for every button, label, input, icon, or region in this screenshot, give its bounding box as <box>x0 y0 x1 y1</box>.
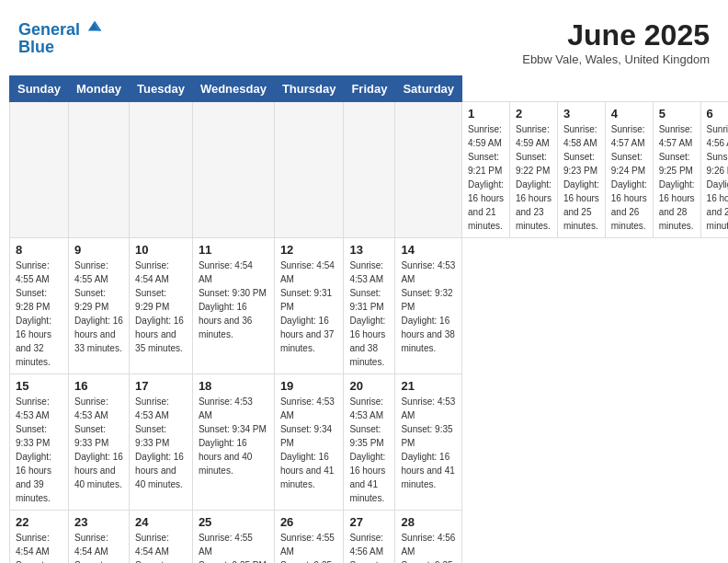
calendar-cell: 12 Sunrise: 4:54 AM Sunset: 9:31 PM Dayl… <box>274 238 344 374</box>
calendar-cell: 14 Sunrise: 4:53 AM Sunset: 9:32 PM Dayl… <box>395 238 462 374</box>
day-number: 10 <box>135 243 187 257</box>
sunrise: Sunrise: 4:56 AM <box>401 531 456 558</box>
day-number: 19 <box>280 379 338 393</box>
calendar-header-row: Sunday Monday Tuesday Wednesday Thursday… <box>10 76 729 102</box>
daylight: Daylight: 16 hours and 33 minutes. <box>74 314 123 355</box>
calendar-cell: 21 Sunrise: 4:53 AM Sunset: 9:35 PM Dayl… <box>395 374 462 511</box>
sunrise: Sunrise: 4:59 AM <box>468 122 504 150</box>
calendar-cell: 6 Sunrise: 4:56 AM Sunset: 9:26 PM Dayli… <box>700 102 728 238</box>
calendar-cell <box>395 102 462 238</box>
calendar-cell: 27 Sunrise: 4:56 AM Sunset: 9:35 PM Dayl… <box>344 511 395 564</box>
sunrise: Sunrise: 4:54 AM <box>199 259 268 286</box>
calendar-cell: 15 Sunrise: 4:53 AM Sunset: 9:33 PM Dayl… <box>10 374 69 511</box>
calendar-cell: 18 Sunrise: 4:53 AM Sunset: 9:34 PM Dayl… <box>192 374 274 511</box>
day-number: 14 <box>401 243 456 257</box>
col-sunday: Sunday <box>10 76 69 102</box>
day-number: 28 <box>401 515 456 529</box>
daylight: Daylight: 16 hours and 32 minutes. <box>16 314 63 369</box>
daylight: Daylight: 16 hours and 40 minutes. <box>199 436 268 477</box>
day-info: Sunrise: 4:55 AM Sunset: 9:35 PM Dayligh… <box>280 531 338 563</box>
calendar-cell: 8 Sunrise: 4:55 AM Sunset: 9:28 PM Dayli… <box>10 238 69 374</box>
day-info: Sunrise: 4:54 AM Sunset: 9:31 PM Dayligh… <box>280 259 338 355</box>
daylight: Daylight: 16 hours and 36 minutes. <box>199 300 268 341</box>
day-info: Sunrise: 4:53 AM Sunset: 9:33 PM Dayligh… <box>135 395 187 491</box>
daylight: Daylight: 16 hours and 40 minutes. <box>135 450 187 491</box>
sunrise: Sunrise: 4:57 AM <box>659 122 695 150</box>
title-section: June 2025 Ebbw Vale, Wales, United Kingd… <box>522 18 710 66</box>
sunrise: Sunrise: 4:55 AM <box>74 259 123 286</box>
calendar-cell: 11 Sunrise: 4:54 AM Sunset: 9:30 PM Dayl… <box>192 238 274 374</box>
col-monday: Monday <box>68 76 129 102</box>
sunset: Sunset: 9:28 PM <box>16 286 63 314</box>
sunset: Sunset: 9:31 PM <box>280 286 338 314</box>
day-info: Sunrise: 4:54 AM Sunset: 9:35 PM Dayligh… <box>74 531 123 563</box>
day-info: Sunrise: 4:59 AM Sunset: 9:21 PM Dayligh… <box>468 122 504 233</box>
sunset: Sunset: 9:35 PM <box>349 558 389 563</box>
sunrise: Sunrise: 4:59 AM <box>516 122 552 150</box>
day-number: 9 <box>74 243 123 257</box>
day-number: 3 <box>563 107 599 121</box>
day-info: Sunrise: 4:53 AM Sunset: 9:34 PM Dayligh… <box>199 395 268 477</box>
day-info: Sunrise: 4:58 AM Sunset: 9:23 PM Dayligh… <box>563 122 599 233</box>
day-info: Sunrise: 4:55 AM Sunset: 9:35 PM Dayligh… <box>199 531 268 563</box>
daylight: Daylight: 16 hours and 40 minutes. <box>74 450 123 491</box>
logo: General Blue <box>18 18 103 57</box>
day-info: Sunrise: 4:53 AM Sunset: 9:31 PM Dayligh… <box>349 259 389 369</box>
sunset: Sunset: 9:25 PM <box>659 150 695 178</box>
day-info: Sunrise: 4:57 AM Sunset: 9:24 PM Dayligh… <box>611 122 647 233</box>
day-number: 24 <box>135 515 187 529</box>
day-info: Sunrise: 4:53 AM Sunset: 9:33 PM Dayligh… <box>74 395 123 491</box>
daylight: Daylight: 16 hours and 25 minutes. <box>563 178 599 233</box>
col-wednesday: Wednesday <box>192 76 274 102</box>
calendar-cell <box>10 102 69 238</box>
daylight: Daylight: 16 hours and 23 minutes. <box>516 178 552 233</box>
sunset: Sunset: 9:35 PM <box>199 558 268 563</box>
logo-icon <box>86 18 103 35</box>
sunrise: Sunrise: 4:53 AM <box>349 395 389 422</box>
sunrise: Sunrise: 4:53 AM <box>16 395 63 422</box>
day-info: Sunrise: 4:56 AM Sunset: 9:35 PM Dayligh… <box>349 531 389 563</box>
day-number: 20 <box>349 379 389 393</box>
sunset: Sunset: 9:30 PM <box>199 286 268 300</box>
calendar-cell <box>130 102 193 238</box>
daylight: Daylight: 16 hours and 38 minutes. <box>401 314 456 355</box>
sunset: Sunset: 9:23 PM <box>563 150 599 178</box>
calendar-table: Sunday Monday Tuesday Wednesday Thursday… <box>9 75 728 563</box>
sunset: Sunset: 9:24 PM <box>611 150 647 178</box>
day-number: 12 <box>280 243 338 257</box>
sunset: Sunset: 9:26 PM <box>707 150 728 178</box>
month-title: June 2025 <box>522 18 710 52</box>
col-saturday: Saturday <box>395 76 462 102</box>
day-number: 21 <box>401 379 456 393</box>
day-info: Sunrise: 4:53 AM Sunset: 9:32 PM Dayligh… <box>401 259 456 355</box>
col-tuesday: Tuesday <box>130 76 193 102</box>
sunset: Sunset: 9:22 PM <box>516 150 552 178</box>
sunset: Sunset: 9:33 PM <box>135 422 187 450</box>
calendar-cell: 2 Sunrise: 4:59 AM Sunset: 9:22 PM Dayli… <box>509 102 557 238</box>
daylight: Daylight: 16 hours and 41 minutes. <box>401 450 456 491</box>
sunset: Sunset: 9:33 PM <box>16 422 63 450</box>
sunrise: Sunrise: 4:54 AM <box>135 531 187 558</box>
day-number: 16 <box>74 379 123 393</box>
day-number: 2 <box>516 107 552 121</box>
day-number: 15 <box>16 379 63 393</box>
calendar-cell: 4 Sunrise: 4:57 AM Sunset: 9:24 PM Dayli… <box>605 102 653 238</box>
sunset: Sunset: 9:31 PM <box>349 286 389 314</box>
day-number: 27 <box>349 515 389 529</box>
daylight: Daylight: 16 hours and 35 minutes. <box>135 314 187 355</box>
calendar-cell: 20 Sunrise: 4:53 AM Sunset: 9:35 PM Dayl… <box>344 374 395 511</box>
sunset: Sunset: 9:35 PM <box>135 558 187 563</box>
day-number: 26 <box>280 515 338 529</box>
calendar-cell <box>344 102 395 238</box>
daylight: Daylight: 16 hours and 41 minutes. <box>280 450 338 491</box>
day-number: 8 <box>16 243 63 257</box>
week-row-3: 15 Sunrise: 4:53 AM Sunset: 9:33 PM Dayl… <box>10 374 729 511</box>
daylight: Daylight: 16 hours and 21 minutes. <box>468 178 504 233</box>
calendar-cell: 13 Sunrise: 4:53 AM Sunset: 9:31 PM Dayl… <box>344 238 395 374</box>
day-number: 13 <box>349 243 389 257</box>
day-info: Sunrise: 4:53 AM Sunset: 9:33 PM Dayligh… <box>16 395 63 505</box>
calendar-cell: 25 Sunrise: 4:55 AM Sunset: 9:35 PM Dayl… <box>192 511 274 564</box>
day-info: Sunrise: 4:53 AM Sunset: 9:35 PM Dayligh… <box>349 395 389 505</box>
day-info: Sunrise: 4:55 AM Sunset: 9:28 PM Dayligh… <box>16 259 63 369</box>
day-info: Sunrise: 4:56 AM Sunset: 9:26 PM Dayligh… <box>707 122 728 233</box>
